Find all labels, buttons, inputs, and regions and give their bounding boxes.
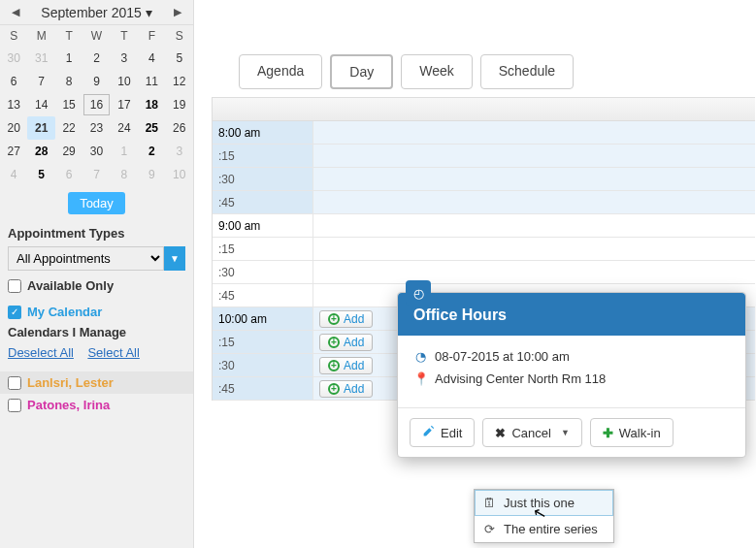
calendar-day[interactable]: 6: [55, 163, 82, 186]
calendar-day[interactable]: 22: [55, 116, 82, 140]
calendar-day[interactable]: 11: [138, 70, 165, 93]
refresh-icon: ⟳: [482, 522, 496, 536]
calendar-b-label: Patones, Irina: [27, 398, 110, 412]
calendar-day[interactable]: 20: [0, 116, 27, 140]
clock-small-icon: ◔: [413, 349, 427, 364]
available-only-checkbox[interactable]: [8, 279, 21, 293]
select-all-link[interactable]: Select All: [87, 345, 139, 360]
calendar-day[interactable]: 3: [111, 47, 138, 70]
calendar-day[interactable]: 10: [166, 163, 193, 186]
calendar-day[interactable]: 14: [27, 93, 54, 116]
add-label: Add: [344, 312, 364, 326]
time-slot[interactable]: [313, 214, 755, 237]
calendar-day[interactable]: 25: [138, 116, 165, 140]
time-slot[interactable]: [313, 191, 755, 213]
calendar-day[interactable]: 19: [166, 93, 193, 116]
calendar-day[interactable]: 2: [82, 47, 110, 70]
add-appointment-button[interactable]: +Add: [319, 310, 373, 328]
calendar-a-checkbox[interactable]: [8, 376, 21, 390]
calendar-day[interactable]: 5: [166, 47, 193, 70]
my-calendar-label: My Calendar: [27, 305, 102, 319]
mini-calendar: SMTWTFS 30311234567891011121314151617181…: [0, 25, 193, 186]
calendar-day[interactable]: 29: [55, 140, 82, 163]
add-plus-icon: +: [328, 337, 340, 348]
add-plus-icon: +: [328, 313, 340, 325]
calendar-day[interactable]: 16: [82, 93, 110, 116]
time-label: 9:00 am: [213, 214, 313, 237]
calendar-day[interactable]: 26: [166, 116, 193, 140]
calendar-day[interactable]: 30: [82, 140, 110, 163]
month-title[interactable]: September 2015 ▾: [41, 5, 151, 20]
calendar-day[interactable]: 13: [0, 93, 27, 116]
appointment-type-select[interactable]: All Appointments: [8, 246, 164, 271]
calendar-day[interactable]: 30: [0, 47, 27, 70]
tab-agenda[interactable]: Agenda: [239, 54, 322, 89]
appointment-types-section: Appointment Types All Appointments ▼ Ava…: [0, 220, 193, 301]
calendar-day[interactable]: 8: [55, 70, 82, 93]
add-appointment-button[interactable]: +Add: [319, 334, 373, 351]
cancel-label: Cancel: [511, 426, 550, 440]
calendar-day[interactable]: 7: [82, 163, 110, 186]
calendar-day[interactable]: 10: [111, 70, 138, 93]
calendar-day[interactable]: 5: [27, 163, 54, 186]
add-appointment-button[interactable]: +Add: [319, 380, 373, 398]
next-month-button[interactable]: ▶: [168, 4, 187, 20]
calendar-day[interactable]: 18: [138, 93, 165, 116]
calendar-day[interactable]: 4: [138, 47, 165, 70]
popup-datetime: 08-07-2015 at 10:00 am: [435, 349, 570, 364]
time-slot[interactable]: [313, 238, 755, 260]
calendar-day[interactable]: 31: [27, 47, 54, 70]
time-row: :30: [213, 261, 755, 284]
calendar-day[interactable]: 4: [0, 163, 27, 186]
deselect-all-link[interactable]: Deselect All: [8, 345, 74, 360]
add-label: Add: [344, 336, 364, 349]
calendar-day[interactable]: 21: [27, 116, 54, 140]
calendar-day[interactable]: 27: [0, 140, 27, 163]
tab-schedule[interactable]: Schedule: [480, 54, 574, 89]
time-slot[interactable]: [313, 261, 755, 283]
calendar-day[interactable]: 6: [0, 70, 27, 93]
time-row: 9:00 am: [213, 214, 755, 238]
time-row: :45: [213, 191, 755, 214]
calendar-day[interactable]: 1: [111, 140, 138, 163]
add-appointment-button[interactable]: +Add: [319, 357, 373, 374]
time-slot[interactable]: [313, 121, 755, 144]
edit-button[interactable]: Edit: [410, 418, 475, 447]
select-dropdown-icon[interactable]: ▼: [164, 246, 185, 271]
today-button[interactable]: Today: [68, 192, 125, 214]
my-calendar-checkbox[interactable]: ✓: [8, 306, 21, 319]
calendar-day[interactable]: 17: [111, 93, 138, 116]
tab-week[interactable]: Week: [401, 54, 473, 89]
calendar-b-checkbox[interactable]: [8, 399, 21, 412]
calendar-day[interactable]: 9: [138, 163, 165, 186]
calendar-day[interactable]: 28: [27, 140, 54, 163]
cancel-button[interactable]: ✖ Cancel ▼: [482, 418, 581, 447]
calendar-day[interactable]: 9: [82, 70, 110, 93]
calendar-item-b[interactable]: Patones, Irina: [0, 394, 193, 416]
calendar-day[interactable]: 7: [27, 70, 54, 93]
add-plus-icon: +: [328, 360, 340, 371]
add-label: Add: [344, 359, 364, 372]
calendar-item-a[interactable]: Lanlsri, Lester: [0, 371, 193, 394]
time-label: 8:00 am: [213, 121, 313, 144]
calendar-day[interactable]: 12: [166, 70, 193, 93]
calendar-day[interactable]: 8: [111, 163, 138, 186]
calendar-day[interactable]: 24: [111, 116, 138, 140]
time-slot[interactable]: [313, 145, 755, 167]
time-row: :15: [213, 238, 755, 261]
calendar-day[interactable]: 23: [82, 116, 110, 140]
prev-month-button[interactable]: ◀: [6, 4, 25, 20]
calendar-day[interactable]: 3: [166, 140, 193, 163]
walkin-button[interactable]: ✚ Walk-in: [590, 418, 674, 447]
calendar-day[interactable]: 2: [138, 140, 165, 163]
calendar-day[interactable]: 1: [55, 47, 82, 70]
edit-label: Edit: [441, 426, 462, 440]
available-only-label: Available Only: [27, 278, 114, 293]
time-row: 8:00 am: [213, 121, 755, 145]
popup-title: Office Hours: [398, 293, 745, 336]
time-label: 10:00 am: [213, 307, 313, 330]
calendar-day[interactable]: 15: [55, 93, 82, 116]
time-slot[interactable]: [313, 168, 755, 190]
tab-day[interactable]: Day: [330, 54, 393, 89]
cancel-icon: ✖: [495, 426, 506, 440]
